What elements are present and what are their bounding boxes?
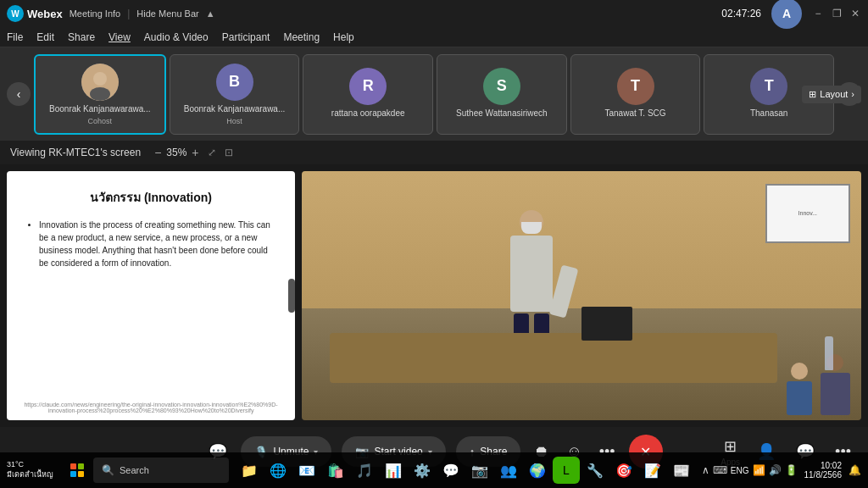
volume-icon[interactable]: 🔊	[769, 464, 782, 476]
taskbar-app-settings[interactable]: ⚙️	[409, 457, 436, 484]
tray-chevron-icon[interactable]: ∧	[702, 464, 709, 476]
slide-footnote: https://claude.com/news/engineering/the-…	[14, 402, 288, 413]
slide-resize-handle[interactable]	[288, 279, 295, 313]
participant-role-1: Host	[226, 117, 242, 125]
layout-button[interactable]: ⊞ Layout ›	[802, 86, 861, 103]
clock-date: 11/8/2566	[804, 470, 843, 480]
participant-name-0: Boonrak Kanjanawarawa...	[36, 104, 164, 114]
layout-icon: ⊞	[809, 89, 816, 100]
win-logo-q1	[70, 463, 76, 469]
aspect-ratio-button[interactable]: ⊡	[225, 147, 233, 158]
audience-person-1	[787, 363, 812, 415]
participant-avatar-0	[81, 64, 119, 101]
audience-body-2	[821, 373, 850, 415]
taskbar-right: ∧ ⌨ ENG 📶 🔊 🔋 10:02 11/8/2566 🔔	[702, 461, 861, 480]
participant-avatar-3: S	[483, 68, 520, 105]
menu-audio-video[interactable]: Audio & Video	[144, 31, 209, 43]
taskbar-app-files[interactable]: 📁	[236, 457, 263, 484]
win-logo-q2	[78, 463, 84, 469]
search-placeholder: Search	[120, 465, 149, 475]
taskbar-app-extra3[interactable]: 📝	[639, 457, 666, 484]
zoom-out-button[interactable]: −	[154, 146, 161, 159]
layout-caret: ›	[851, 89, 854, 99]
participant-tile-0[interactable]: Boonrak Kanjanawarawa... Cohost	[34, 54, 166, 135]
audience-head-1	[791, 363, 808, 380]
taskbar-app-office[interactable]: 📊	[380, 457, 407, 484]
presenter-head	[520, 210, 543, 234]
taskbar-clock[interactable]: 10:02 11/8/2566	[804, 461, 843, 480]
participant-name-2: rattana oorapakdee	[303, 108, 432, 118]
zoom-controls: − 35% + ⤢ ⊡	[154, 146, 232, 159]
taskbar-app-extra4[interactable]: 📰	[668, 457, 695, 484]
zoom-in-button[interactable]: +	[192, 146, 198, 159]
participant-tile-2[interactable]: R rattana oorapakdee	[303, 54, 433, 135]
presenter-table	[330, 333, 777, 383]
participant-role-0: Cohost	[88, 117, 113, 125]
strip-prev-button[interactable]: ‹	[7, 82, 31, 106]
slide-panel: นวัตกรรม (Innovation) Innovation is the …	[7, 171, 295, 420]
win-logo-q4	[78, 471, 84, 477]
taskbar-app-teams[interactable]: 👥	[495, 457, 522, 484]
taskbar-app-mail[interactable]: 📧	[293, 457, 320, 484]
room-visual: Innov...	[302, 171, 861, 420]
viewing-bar: Viewing RK-MTEC1's screen − 35% + ⤢ ⊡	[0, 141, 868, 164]
participant-name-1: Boonrak Kanjanawarawa...	[170, 104, 299, 114]
webex-logo-icon: W	[7, 5, 24, 22]
taskbar-weather: 31°C มีเดตสำเนื้หญ	[7, 460, 58, 480]
participant-avatar-4: T	[617, 68, 654, 105]
menu-edit[interactable]: Edit	[36, 31, 54, 43]
presenter-torso	[498, 236, 565, 312]
meeting-info-button[interactable]: Meeting Info	[70, 8, 121, 19]
tray-keyboard-icon[interactable]: ⌨	[713, 464, 727, 476]
slide-title: นวัตกรรม (Innovation)	[27, 188, 275, 207]
webex-logo: W Webex	[7, 5, 63, 22]
wifi-icon[interactable]: 📶	[753, 464, 765, 476]
hide-menu-button[interactable]: Hide Menu Bar	[136, 8, 198, 19]
water-bottle	[825, 336, 833, 370]
notifications-icon[interactable]: 🔔	[849, 464, 861, 476]
taskbar-app-extra1[interactable]: 🔧	[581, 457, 609, 484]
start-button[interactable]	[64, 458, 90, 483]
participant-name-3: Suthee Wattanasiriwech	[437, 108, 566, 118]
presenter-figure	[498, 210, 565, 346]
title-bar: W Webex Meeting Info | Hide Menu Bar ▲ 0…	[0, 0, 868, 27]
taskbar-app-browser1[interactable]: 🌐	[264, 457, 292, 484]
video-feed: Innov...	[302, 171, 861, 420]
taskbar-app-extra2[interactable]: 🎯	[610, 457, 637, 484]
wall-screen: Innov...	[765, 184, 850, 243]
svg-point-2	[90, 87, 110, 101]
svg-point-1	[93, 72, 107, 86]
fit-button[interactable]: ⤢	[208, 147, 216, 158]
clock-time: 10:02	[821, 461, 842, 470]
participant-tile-1[interactable]: B Boonrak Kanjanawarawa... Host	[170, 54, 300, 135]
participant-name-5: Thanasan	[704, 108, 833, 118]
menu-meeting[interactable]: Meeting	[283, 31, 320, 43]
taskbar-app-chat[interactable]: 💬	[437, 457, 465, 484]
taskbar-app-line[interactable]: L	[553, 457, 580, 484]
participant-tile-3[interactable]: S Suthee Wattanasiriwech	[437, 54, 567, 135]
language-indicator[interactable]: ENG	[731, 466, 749, 475]
taskbar: 31°C มีเดตสำเนื้หญ 🔍 Search 📁 🌐 📧 🛍️ 🎵 📊…	[0, 452, 868, 488]
taskbar-app-music[interactable]: 🎵	[351, 457, 378, 484]
minimize-button[interactable]: −	[812, 8, 824, 19]
taskbar-search[interactable]: 🔍 Search	[93, 458, 229, 483]
close-button[interactable]: ✕	[849, 8, 861, 19]
meeting-timer: 02:47:26	[721, 8, 761, 19]
title-bar-right: 02:47:26 A − ❐ ✕	[721, 0, 861, 29]
menu-share[interactable]: Share	[68, 31, 95, 43]
participant-tile-4[interactable]: T Tanawat T. SCG	[570, 54, 701, 135]
menu-file[interactable]: File	[7, 31, 23, 43]
taskbar-app-browser2[interactable]: 🌍	[524, 457, 551, 484]
taskbar-app-store[interactable]: 🛍️	[322, 457, 349, 484]
audience-body-1	[787, 381, 812, 415]
restore-button[interactable]: ❐	[831, 8, 843, 19]
window-controls: − ❐ ✕	[812, 8, 861, 19]
menu-participant[interactable]: Participant	[222, 31, 270, 43]
menu-view[interactable]: View	[108, 31, 131, 43]
battery-icon[interactable]: 🔋	[785, 464, 798, 476]
slide-bullet: Innovation is the process of creating so…	[39, 219, 275, 269]
menu-bar: File Edit Share View Audio & Video Parti…	[0, 27, 868, 47]
taskbar-app-photos[interactable]: 📷	[466, 457, 493, 484]
menu-help[interactable]: Help	[333, 31, 354, 43]
user-avatar[interactable]: A	[771, 0, 802, 29]
